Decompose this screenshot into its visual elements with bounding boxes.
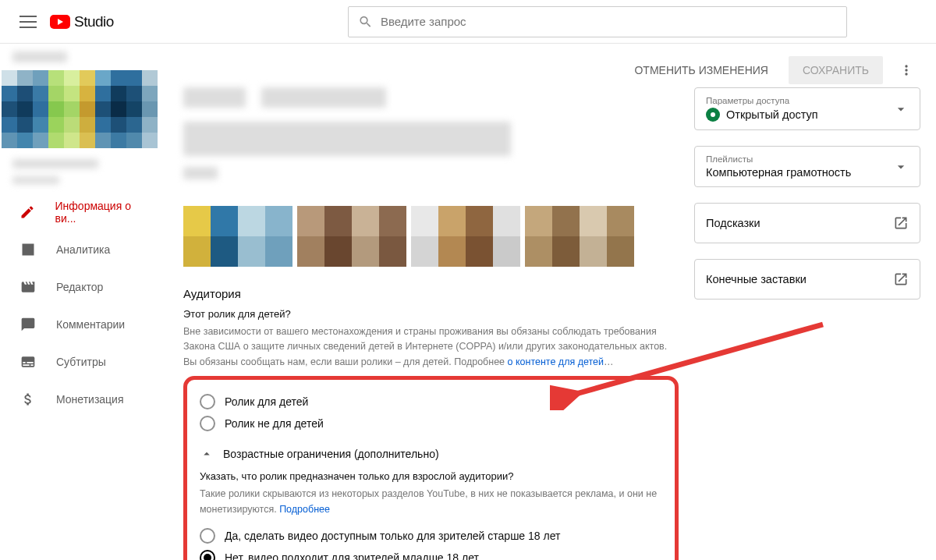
- visibility-label: Параметры доступа: [706, 96, 909, 105]
- age-restriction-help: Такие ролики скрываются из некоторых раз…: [200, 487, 662, 517]
- action-bar: ОТМЕНИТЬ ИЗМЕНЕНИЯ СОХРАНИТЬ: [183, 53, 920, 87]
- sidebar-item-monetization[interactable]: Монетизация: [0, 381, 168, 418]
- cards-row[interactable]: Подсказки: [694, 203, 920, 243]
- sidebar-item-label: Редактор: [56, 281, 103, 293]
- chevron-down-icon: [893, 159, 909, 175]
- hamburger-icon: [20, 16, 37, 28]
- comments-icon: [20, 317, 36, 332]
- audience-help-text: Вне зависимости от вашего местонахождени…: [183, 324, 679, 370]
- redacted-text: [12, 176, 59, 184]
- age-restriction-question: Указать, что ролик предназначен только д…: [200, 470, 662, 482]
- youtube-studio-logo[interactable]: Studio: [50, 13, 114, 30]
- sidebar: Информация о ви... Аналитика Редактор Ко…: [0, 44, 168, 560]
- sidebar-item-comments[interactable]: Комментарии: [0, 306, 168, 343]
- redacted-text: [183, 87, 246, 108]
- channel-thumbnail-redacted: [2, 70, 158, 148]
- redacted-description: [183, 122, 511, 156]
- pencil-icon: [20, 204, 35, 220]
- sidebar-item-details[interactable]: Информация о ви...: [0, 193, 168, 231]
- more-options-button[interactable]: [892, 56, 920, 84]
- thumbnail-option[interactable]: [411, 206, 520, 267]
- app-header: Studio: [0, 0, 936, 44]
- highlighted-section: Ролик для детей Ролик не для детей Возра…: [183, 376, 679, 560]
- chevron-down-icon: [893, 101, 909, 117]
- radio-label: Ролик для детей: [225, 395, 308, 408]
- subtitles-icon: [20, 354, 36, 370]
- redacted-text: [261, 87, 386, 108]
- search-input[interactable]: [381, 15, 837, 28]
- radio-icon: [200, 416, 215, 431]
- playlists-card[interactable]: Плейлисты Компьютерная грамотность: [694, 146, 920, 187]
- endscreens-label: Конечные заставки: [706, 273, 807, 285]
- coppa-link[interactable]: о контенте для детей: [508, 356, 604, 367]
- youtube-play-icon: [50, 15, 70, 29]
- visibility-value: Открытый доступ: [726, 108, 818, 121]
- endscreens-row[interactable]: Конечные заставки: [694, 259, 920, 299]
- visibility-public-icon: [706, 108, 720, 122]
- radio-label: Нет, видео подходит для зрителей младше …: [225, 551, 479, 560]
- playlists-value: Компьютерная грамотность: [706, 166, 851, 179]
- sidebar-item-editor[interactable]: Редактор: [0, 268, 168, 306]
- redacted-text: [12, 159, 98, 168]
- expander-label: Возрастные ограничения (дополнительно): [223, 448, 439, 460]
- more-vert-icon: [899, 62, 914, 78]
- chevron-up-icon: [200, 447, 214, 461]
- radio-made-for-kids-yes[interactable]: Ролик для детей: [200, 394, 662, 409]
- radio-restrict-no[interactable]: Нет, видео подходит для зрителей младше …: [200, 550, 662, 560]
- radio-made-for-kids-no[interactable]: Ролик не для детей: [200, 416, 662, 431]
- logo-text: Studio: [74, 13, 114, 30]
- search-icon: [358, 14, 373, 30]
- redacted-text: [183, 167, 218, 179]
- open-in-new-icon: [893, 215, 909, 231]
- open-in-new-icon: [893, 271, 909, 287]
- cards-label: Подсказки: [706, 217, 760, 229]
- age-restriction-expander[interactable]: Возрастные ограничения (дополнительно): [200, 447, 662, 461]
- radio-label: Да, сделать видео доступным только для з…: [225, 530, 560, 542]
- dollar-icon: [20, 392, 36, 407]
- radio-label: Ролик не для детей: [225, 417, 324, 430]
- editor-icon: [20, 279, 36, 295]
- cancel-button[interactable]: ОТМЕНИТЬ ИЗМЕНЕНИЯ: [623, 58, 779, 83]
- thumbnail-option[interactable]: [525, 206, 634, 267]
- thumbnail-option[interactable]: [297, 206, 406, 267]
- sidebar-item-label: Аналитика: [56, 243, 110, 256]
- analytics-icon: [20, 242, 36, 257]
- audience-question: Этот ролик для детей?: [183, 308, 679, 320]
- audience-heading: Аудитория: [183, 287, 679, 300]
- radio-restrict-yes[interactable]: Да, сделать видео доступным только для з…: [200, 528, 662, 544]
- radio-icon: [200, 394, 215, 409]
- radio-icon: [200, 550, 215, 560]
- redacted-text: [12, 51, 67, 62]
- sidebar-item-label: Субтитры: [56, 356, 106, 368]
- radio-icon: [200, 528, 215, 544]
- sidebar-item-subtitles[interactable]: Субтитры: [0, 343, 168, 381]
- sidebar-item-label: Информация о ви...: [55, 200, 149, 225]
- learn-more-link[interactable]: Подробнее: [279, 504, 330, 515]
- search-box[interactable]: [348, 6, 847, 37]
- sidebar-item-label: Комментарии: [56, 318, 125, 331]
- thumbnail-row: [183, 206, 679, 267]
- sidebar-item-analytics[interactable]: Аналитика: [0, 231, 168, 268]
- hamburger-menu-button[interactable]: [12, 6, 44, 37]
- sidebar-item-label: Монетизация: [56, 393, 124, 406]
- visibility-card[interactable]: Параметры доступа Открытый доступ: [694, 87, 920, 130]
- playlists-label: Плейлисты: [706, 154, 909, 164]
- thumbnail-option[interactable]: [183, 206, 292, 267]
- save-button[interactable]: СОХРАНИТЬ: [789, 56, 883, 84]
